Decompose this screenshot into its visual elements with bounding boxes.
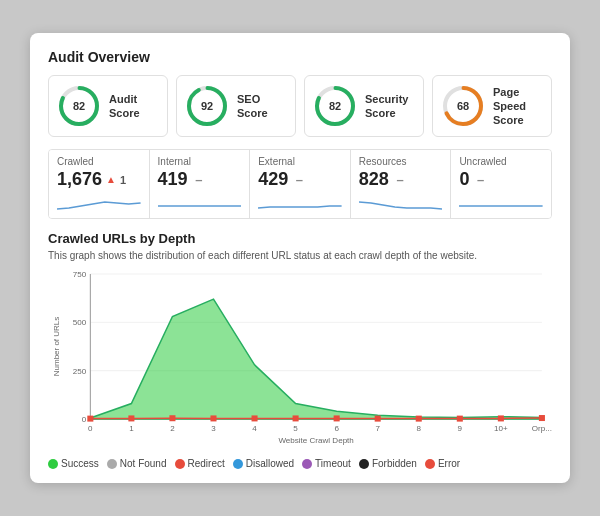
stat-box-2: External 429 – (250, 150, 351, 218)
svg-rect-35 (293, 415, 299, 421)
score-label-0: Audit Score (109, 92, 159, 121)
scores-row: 82 Audit Score 92 SEO Score 82 Security … (48, 75, 552, 137)
legend-dot-6 (425, 459, 435, 469)
score-box-2: 82 Security Score (304, 75, 424, 137)
svg-rect-31 (128, 415, 134, 421)
svg-rect-41 (539, 415, 545, 421)
score-circle-0: 82 (57, 84, 101, 128)
legend-dot-0 (48, 459, 58, 469)
svg-text:0: 0 (82, 415, 87, 424)
stat-dash: – (192, 172, 203, 187)
chart-title: Crawled URLs by Depth (48, 231, 552, 246)
legend-item-4: Timeout (302, 458, 351, 469)
stat-box-0: Crawled 1,676▲1 (49, 150, 150, 218)
mini-chart-3 (359, 194, 443, 214)
svg-text:5: 5 (293, 424, 298, 433)
stat-dash: – (473, 172, 484, 187)
legend-dot-5 (359, 459, 369, 469)
chart-desc: This graph shows the distribution of eac… (48, 250, 552, 261)
score-box-3: 68 Page Speed Score (432, 75, 552, 137)
stat-box-1: Internal 419 – (150, 150, 251, 218)
svg-text:7: 7 (375, 424, 380, 433)
stat-dash: – (393, 172, 404, 187)
legend-label-1: Not Found (120, 458, 167, 469)
stat-label-2: External (258, 156, 342, 167)
svg-rect-37 (375, 416, 381, 422)
section-title: Audit Overview (48, 49, 552, 65)
legend-dot-4 (302, 459, 312, 469)
svg-text:1: 1 (129, 424, 134, 433)
svg-text:Number of URLs: Number of URLs (52, 317, 61, 376)
score-label-1: SEO Score (237, 92, 287, 121)
mini-chart-0 (57, 194, 141, 214)
stat-value-2: 429 – (258, 169, 342, 190)
legend-item-2: Redirect (175, 458, 225, 469)
legend-item-5: Forbidden (359, 458, 417, 469)
legend-label-0: Success (61, 458, 99, 469)
svg-text:Orp...: Orp... (532, 424, 552, 433)
svg-rect-39 (457, 416, 463, 422)
score-circle-3: 68 (441, 84, 485, 128)
main-chart: 0250500750Number of URLs012345678910+Orp… (48, 269, 552, 454)
mini-chart-2 (258, 194, 342, 214)
svg-rect-34 (252, 415, 258, 421)
legend-item-1: Not Found (107, 458, 167, 469)
legend-dot-3 (233, 459, 243, 469)
legend-dot-2 (175, 459, 185, 469)
score-circle-2: 82 (313, 84, 357, 128)
stat-label-4: Uncrawled (459, 156, 543, 167)
score-value-2: 82 (329, 100, 341, 112)
svg-text:3: 3 (211, 424, 216, 433)
svg-text:4: 4 (252, 424, 257, 433)
svg-text:10+: 10+ (494, 424, 508, 433)
audit-overview-card: Audit Overview 82 Audit Score 92 SEO Sco… (30, 33, 570, 483)
mini-chart-1 (158, 194, 242, 214)
legend-item-0: Success (48, 458, 99, 469)
svg-text:8: 8 (417, 424, 422, 433)
score-value-0: 82 (73, 100, 85, 112)
mini-chart-4 (459, 194, 543, 214)
stat-box-3: Resources 828 – (351, 150, 452, 218)
score-circle-1: 92 (185, 84, 229, 128)
svg-rect-36 (334, 415, 340, 421)
score-value-3: 68 (457, 100, 469, 112)
stat-box-4: Uncrawled 0 – (451, 150, 551, 218)
stat-change: 1 (120, 174, 126, 186)
chart-legend: Success Not Found Redirect Disallowed Ti… (48, 458, 552, 469)
svg-rect-30 (87, 416, 93, 422)
stat-value-3: 828 – (359, 169, 443, 190)
legend-label-4: Timeout (315, 458, 351, 469)
stat-dash: – (292, 172, 303, 187)
stat-value-0: 1,676▲1 (57, 169, 141, 190)
arrow-up: ▲ (106, 174, 116, 185)
score-value-1: 92 (201, 100, 213, 112)
svg-text:Website Crawl Depth: Website Crawl Depth (278, 436, 353, 445)
svg-rect-33 (210, 415, 216, 421)
svg-text:250: 250 (73, 367, 87, 376)
legend-label-2: Redirect (188, 458, 225, 469)
stat-value-1: 419 – (158, 169, 242, 190)
score-label-3: Page Speed Score (493, 85, 543, 128)
stat-label-0: Crawled (57, 156, 141, 167)
stat-label-1: Internal (158, 156, 242, 167)
legend-label-6: Error (438, 458, 460, 469)
svg-rect-38 (416, 416, 422, 422)
score-box-1: 92 SEO Score (176, 75, 296, 137)
legend-label-5: Forbidden (372, 458, 417, 469)
svg-text:6: 6 (334, 424, 339, 433)
score-box-0: 82 Audit Score (48, 75, 168, 137)
svg-text:9: 9 (458, 424, 463, 433)
legend-item-6: Error (425, 458, 460, 469)
svg-rect-32 (169, 415, 175, 421)
svg-rect-40 (498, 415, 504, 421)
chart-section: Crawled URLs by Depth This graph shows t… (48, 231, 552, 469)
stat-label-3: Resources (359, 156, 443, 167)
stat-value-4: 0 – (459, 169, 543, 190)
score-label-2: Security Score (365, 92, 415, 121)
svg-text:2: 2 (170, 424, 175, 433)
svg-text:750: 750 (73, 270, 87, 279)
svg-text:500: 500 (73, 318, 87, 327)
stats-row: Crawled 1,676▲1 Internal 419 – External … (48, 149, 552, 219)
legend-label-3: Disallowed (246, 458, 294, 469)
legend-dot-1 (107, 459, 117, 469)
